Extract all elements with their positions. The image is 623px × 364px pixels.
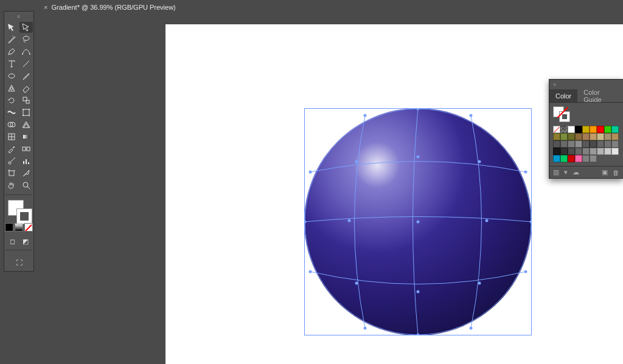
canvas[interactable]	[165, 24, 623, 364]
color-mode-gradient[interactable]	[15, 223, 23, 232]
artboard-icon	[7, 168, 16, 178]
width-icon	[7, 108, 16, 117]
eraser-tool[interactable]	[19, 83, 33, 94]
rotate-tool[interactable]	[5, 95, 18, 106]
gradient-tool[interactable]	[19, 131, 33, 142]
blend-tool[interactable]	[19, 143, 33, 154]
pen-tool[interactable]	[5, 46, 18, 57]
color-swatch[interactable]	[575, 133, 582, 140]
color-swatch[interactable]	[590, 133, 597, 140]
fill-stroke-mini[interactable]	[553, 106, 571, 122]
color-swatch[interactable]	[568, 133, 575, 140]
svg-point-35	[417, 334, 420, 336]
swatch-kinds-icon[interactable]: ▾	[564, 168, 568, 176]
color-swatch[interactable]	[590, 155, 597, 162]
mesh-tool[interactable]	[5, 131, 18, 142]
hand-tool[interactable]	[5, 180, 18, 191]
fill-stroke-indicator[interactable]	[5, 197, 32, 222]
color-swatch[interactable]	[597, 133, 604, 140]
color-swatch[interactable]	[560, 126, 568, 133]
scale-tool[interactable]	[19, 95, 33, 106]
tab-color[interactable]: Color	[549, 89, 577, 102]
color-swatch[interactable]	[575, 126, 582, 133]
width-tool[interactable]	[5, 107, 18, 118]
color-swatch[interactable]	[611, 126, 619, 133]
color-swatch[interactable]	[590, 126, 597, 133]
color-swatch[interactable]	[611, 148, 619, 155]
color-swatch[interactable]	[560, 155, 568, 162]
svg-rect-20	[27, 147, 30, 151]
stroke-swatch[interactable]	[16, 208, 32, 224]
color-swatch[interactable]	[582, 148, 590, 155]
color-swatch[interactable]	[582, 133, 590, 140]
draw-normal[interactable]: ◻	[6, 236, 18, 246]
zoom-tool[interactable]	[19, 180, 33, 191]
shaper-tool[interactable]	[5, 83, 18, 94]
color-swatch[interactable]	[604, 148, 611, 155]
swatch-libraries-icon[interactable]: ▥	[553, 168, 559, 176]
color-swatch[interactable]	[568, 126, 575, 133]
curvature-tool[interactable]	[19, 46, 33, 57]
selection-tool[interactable]	[5, 22, 18, 33]
paintbrush-tool[interactable]	[19, 70, 33, 81]
new-swatch-icon[interactable]: ▣	[602, 168, 608, 176]
color-swatch[interactable]	[575, 148, 582, 155]
color-swatch[interactable]	[553, 155, 560, 162]
lasso-tool[interactable]	[19, 34, 33, 45]
color-swatch[interactable]	[568, 148, 575, 155]
swatch-options-icon[interactable]: ☁	[573, 168, 579, 176]
color-swatch[interactable]	[568, 155, 575, 162]
color-swatch[interactable]	[553, 133, 560, 140]
color-swatch[interactable]	[582, 155, 590, 162]
svg-point-44	[309, 270, 312, 273]
draw-behind[interactable]: ◩	[19, 236, 32, 246]
color-swatch[interactable]	[604, 126, 611, 133]
color-swatch[interactable]	[611, 133, 619, 140]
color-swatch[interactable]	[590, 140, 597, 148]
color-swatch[interactable]	[604, 133, 611, 140]
magic-wand-tool[interactable]	[5, 34, 18, 45]
type-tool[interactable]	[5, 58, 18, 69]
color-swatch[interactable]	[553, 126, 560, 133]
perspective-grid-tool[interactable]	[19, 119, 33, 130]
tool-palette-grip[interactable]: ≡	[6, 13, 32, 19]
color-swatch[interactable]	[553, 140, 560, 148]
eyedropper-tool[interactable]	[5, 143, 18, 154]
color-swatch[interactable]	[582, 126, 590, 133]
panel-close-icon[interactable]: ×	[553, 81, 556, 88]
symbol-sprayer-tool[interactable]	[5, 156, 18, 167]
color-swatch[interactable]	[560, 148, 568, 155]
tab-color-guide[interactable]: Color Guide	[577, 89, 623, 102]
shape-builder-tool[interactable]	[5, 119, 18, 130]
color-swatch[interactable]	[575, 155, 582, 162]
color-swatch[interactable]	[575, 140, 582, 148]
artboard-tool[interactable]	[5, 168, 18, 179]
color-swatch[interactable]	[597, 140, 604, 148]
color-mode-solid[interactable]	[5, 223, 13, 232]
color-swatch[interactable]	[597, 126, 604, 133]
close-tab-icon[interactable]: ×	[44, 4, 47, 11]
line-segment-tool[interactable]	[19, 58, 33, 69]
color-swatch[interactable]	[582, 140, 590, 148]
free-transform-tool[interactable]	[19, 107, 33, 118]
color-swatch[interactable]	[560, 140, 568, 148]
slice-tool[interactable]	[19, 168, 33, 179]
color-swatch[interactable]	[611, 140, 619, 148]
ellipse-tool[interactable]	[5, 70, 18, 81]
color-swatch[interactable]	[553, 148, 560, 155]
color-swatch[interactable]	[568, 140, 575, 148]
column-graph-tool[interactable]	[19, 156, 33, 167]
color-mode-none[interactable]	[24, 223, 33, 232]
delete-swatch-icon[interactable]: 🗑	[613, 169, 619, 176]
svg-point-45	[524, 270, 527, 273]
direct-selection-tool[interactable]	[19, 22, 33, 33]
screen-mode-button[interactable]: ⛶	[13, 258, 25, 267]
svg-point-5	[10, 88, 13, 90]
svg-line-3	[23, 61, 29, 67]
color-swatch[interactable]	[590, 148, 597, 155]
color-swatch[interactable]	[560, 133, 568, 140]
blend-icon	[21, 144, 31, 154]
color-swatch[interactable]	[597, 148, 604, 155]
document-tab[interactable]: × Gradient* @ 36.99% (RGB/GPU Preview)	[39, 0, 181, 15]
color-swatch[interactable]	[604, 140, 611, 148]
